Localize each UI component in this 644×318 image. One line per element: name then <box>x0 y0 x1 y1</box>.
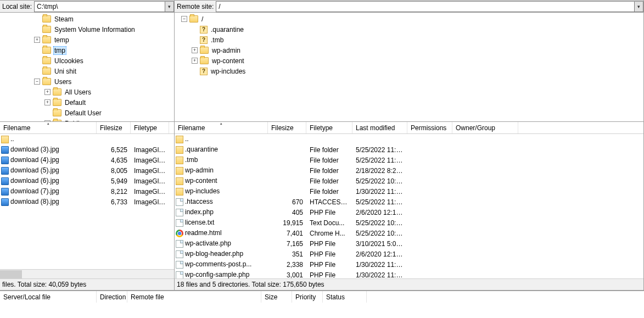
tree-item-label: wp-content <box>211 57 245 65</box>
expand-toggle[interactable]: + <box>44 99 51 105</box>
tree-item[interactable]: +Public <box>2 118 174 121</box>
column-header[interactable]: Size <box>261 291 292 303</box>
tree-item[interactable]: ?.quarantine <box>177 24 643 35</box>
filetype: ImageGlass <box>131 157 169 164</box>
list-item[interactable]: license.txt19,915Text Docu...5/25/2022 1… <box>175 217 643 228</box>
remote-list-body[interactable]: ...quarantineFile folder5/25/2022 11:0..… <box>175 134 643 278</box>
column-header[interactable]: Remote file <box>127 291 261 303</box>
list-item[interactable]: wp-contentFile folder5/25/2022 10:5... <box>175 176 643 186</box>
tree-item[interactable]: Default User <box>2 108 174 118</box>
cell-size: 351 <box>268 250 306 258</box>
column-header[interactable]: Filename▴ <box>0 122 97 133</box>
remote-path-combo[interactable]: ▾ <box>216 1 643 12</box>
column-header[interactable]: Filesize <box>268 122 306 133</box>
toggle-placeholder <box>34 26 40 32</box>
cell-size: 7,401 <box>268 230 306 237</box>
column-header[interactable]: Priority <box>292 291 323 303</box>
local-path-combo[interactable]: ▾ <box>34 1 174 12</box>
list-item[interactable]: wp-blog-header.php351PHP File2/6/2020 12… <box>175 249 643 259</box>
list-item[interactable]: index.php405PHP File2/6/2020 12:18:... <box>175 207 643 217</box>
cell-type: File folder <box>306 188 352 196</box>
column-header[interactable]: Last modified <box>352 122 407 133</box>
cell-name: readme.html <box>175 229 268 237</box>
cell-type: Chrome H... <box>306 230 352 237</box>
list-item[interactable]: download (7).jpg8,212ImageGlass <box>0 186 174 197</box>
list-item[interactable]: wp-comments-post.p...2,338PHP File1/30/2… <box>175 259 643 270</box>
local-list-header[interactable]: Filename▴FilesizeFiletype <box>0 122 174 134</box>
list-item[interactable]: .quarantineFile folder5/25/2022 11:0... <box>175 144 643 155</box>
image-file-icon <box>1 146 9 154</box>
tree-item-label: UIcookies <box>53 57 85 65</box>
tree-item[interactable]: tmp <box>2 45 174 55</box>
column-header[interactable]: Status <box>323 291 367 303</box>
cell-mod: 5/25/2022 11:2... <box>352 157 407 164</box>
column-header[interactable]: Filesize <box>97 122 131 133</box>
local-tree[interactable]: SteamSystem Volume Information+temptmpUI… <box>0 13 174 121</box>
column-header[interactable]: Server/Local file <box>0 291 97 303</box>
tree-item[interactable]: Uni shit <box>2 66 174 76</box>
filename: .quarantine <box>185 146 218 153</box>
tree-item-label: Steam <box>53 15 75 23</box>
column-header[interactable]: Owner/Group <box>452 122 518 133</box>
remote-tree[interactable]: −/?.quarantine?.tmb+wp-admin+wp-content?… <box>175 13 643 121</box>
expand-toggle[interactable]: + <box>192 47 198 53</box>
list-item[interactable]: .tmbFile folder5/25/2022 11:2... <box>175 155 643 165</box>
column-header[interactable]: Permissions <box>407 122 452 133</box>
expand-toggle[interactable]: + <box>34 37 40 43</box>
column-header[interactable]: Filename▴ <box>175 122 268 133</box>
collapse-toggle[interactable]: − <box>34 79 40 85</box>
tree-item[interactable]: Steam <box>2 14 174 24</box>
list-item[interactable]: download (3).jpg6,525ImageGlass <box>0 144 174 155</box>
local-hscroll[interactable] <box>0 269 174 278</box>
expand-toggle[interactable]: + <box>192 58 198 64</box>
list-item[interactable]: readme.html7,401Chrome H...5/25/2022 10:… <box>175 228 643 238</box>
tree-item[interactable]: UIcookies <box>2 55 174 66</box>
list-item[interactable]: wp-config-sample.php3,001PHP File1/30/20… <box>175 270 643 278</box>
tree-item[interactable]: +All Users <box>2 87 174 97</box>
list-item[interactable]: download (4).jpg4,635ImageGlass <box>0 155 174 165</box>
folder-icon <box>189 15 198 23</box>
list-item[interactable]: wp-activate.php7,165PHP File3/10/2021 5:… <box>175 238 643 249</box>
list-item[interactable]: download (5).jpg8,005ImageGlass <box>0 165 174 176</box>
tree-item[interactable]: ?.tmb <box>177 35 643 45</box>
list-item[interactable]: .htaccess670HTACCESS ...5/25/2022 11:2..… <box>175 197 643 207</box>
cell-name: .tmb <box>175 156 268 164</box>
list-item[interactable]: download (6).jpg5,949ImageGlass <box>0 176 174 186</box>
local-list-body[interactable]: ..download (3).jpg6,525ImageGlassdownloa… <box>0 134 174 269</box>
remote-list-header[interactable]: Filename▴FilesizeFiletypeLast modifiedPe… <box>175 122 643 134</box>
expand-toggle[interactable]: + <box>44 89 51 95</box>
list-item[interactable]: .. <box>0 134 174 144</box>
cell-mod: 2/6/2020 12:18:... <box>352 209 407 216</box>
image-file-icon <box>1 188 9 196</box>
column-header[interactable]: Filetype <box>306 122 352 133</box>
list-item[interactable]: .. <box>175 134 643 144</box>
local-path-dropdown[interactable]: ▾ <box>165 2 173 12</box>
tree-item[interactable]: System Volume Information <box>2 24 174 35</box>
tree-item-label: All Users <box>64 88 92 96</box>
cell-name: .. <box>175 135 268 143</box>
list-item[interactable]: wp-adminFile folder2/18/2022 8:26:... <box>175 165 643 176</box>
tree-item[interactable]: +temp <box>2 35 174 45</box>
list-item[interactable]: wp-includesFile folder1/30/2022 11:2... <box>175 186 643 197</box>
tree-item[interactable]: −Users <box>2 76 174 87</box>
scrollbar-thumb[interactable] <box>0 270 22 278</box>
local-path-input[interactable] <box>35 3 165 10</box>
local-status-text: files. Total size: 40,059 bytes <box>2 281 86 288</box>
filename: wp-config-sample.php <box>185 271 249 278</box>
queue-header[interactable]: Server/Local fileDirectionRemote fileSiz… <box>0 291 644 303</box>
tree-item[interactable]: +Default <box>2 97 174 108</box>
remote-path-dropdown[interactable]: ▾ <box>634 2 643 12</box>
tree-item[interactable]: −/ <box>177 14 643 24</box>
tree-item[interactable]: ?wp-includes <box>177 66 643 76</box>
collapse-toggle[interactable]: − <box>181 16 187 22</box>
tree-item[interactable]: +wp-content <box>177 55 643 66</box>
list-item[interactable]: download (8).jpg6,733ImageGlass <box>0 197 174 207</box>
filename: wp-activate.php <box>185 239 231 247</box>
column-header[interactable]: Direction <box>97 291 127 303</box>
tree-item[interactable]: +wp-admin <box>177 45 643 55</box>
cell-type: File folder <box>306 157 352 164</box>
column-header[interactable]: Filetype <box>131 122 169 133</box>
cell-name: wp-config-sample.php <box>175 271 268 278</box>
remote-path-input[interactable] <box>216 3 634 10</box>
remote-status-text: 18 files and 5 directories. Total size: … <box>177 281 324 288</box>
